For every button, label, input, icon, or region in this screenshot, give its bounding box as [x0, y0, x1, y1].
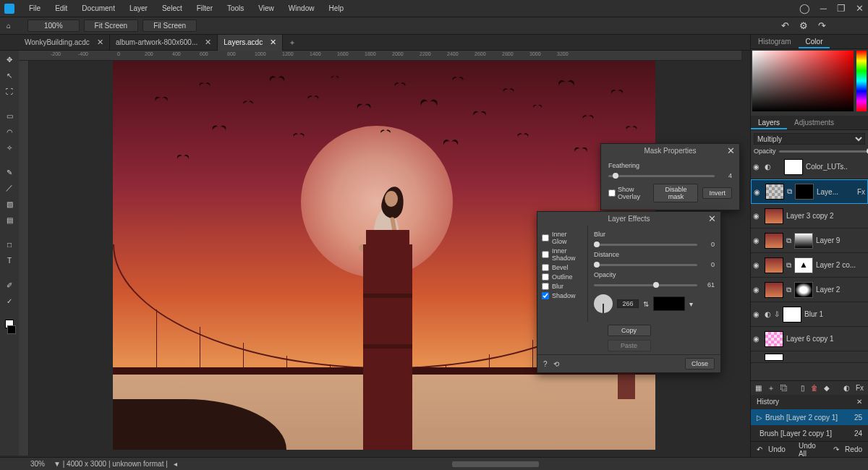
close-button[interactable]: Close — [685, 358, 715, 369]
adjustment-icon[interactable]: ◐ — [843, 384, 850, 392]
new-layer-icon[interactable]: ▦ — [755, 384, 762, 392]
visibility-icon[interactable]: ◉ — [753, 163, 762, 171]
marquee-tool-icon[interactable]: ▭ — [4, 110, 15, 121]
history-item[interactable]: ▷ Brush [Layer 2 copy 1] 25 — [751, 409, 868, 425]
copy-button[interactable]: Copy — [608, 325, 651, 336]
layer-thumb[interactable] — [765, 331, 783, 347]
link-icon[interactable]: ⧉ — [787, 187, 792, 196]
blur-slider[interactable] — [594, 244, 697, 246]
fx-outline[interactable]: Outline — [542, 273, 583, 281]
user-icon[interactable]: ◯ — [799, 3, 810, 14]
layer-thumb[interactable] — [765, 208, 783, 224]
tab-close-icon[interactable]: ✕ — [97, 38, 103, 47]
angle-dial[interactable] — [594, 294, 613, 313]
menu-document[interactable]: Document — [75, 0, 122, 17]
layer-effects-panel[interactable]: Layer Effects ✕ Inner Glow Inner Shadow … — [537, 211, 721, 373]
cursor-tool-icon[interactable]: ↖ — [4, 69, 15, 81]
menu-window[interactable]: Window — [281, 0, 322, 17]
more-icon[interactable]: ◆ — [824, 384, 830, 392]
link-icon[interactable]: ⧉ — [786, 286, 791, 294]
fx-opacity-slider[interactable] — [594, 284, 697, 286]
layer-thumb[interactable] — [783, 307, 801, 322]
visibility-icon[interactable]: ◉ — [754, 188, 762, 196]
tab-1[interactable]: album-artwork-800x600...✕ — [110, 35, 218, 51]
fill-screen-button[interactable]: Fil Screen — [142, 20, 197, 32]
menu-help[interactable]: Help — [321, 0, 351, 17]
menu-select[interactable]: Select — [155, 0, 190, 17]
heal-tool-icon[interactable]: ✓ — [4, 295, 15, 307]
mask-icon[interactable]: ▯ — [801, 384, 805, 392]
add-icon[interactable]: ＋ — [767, 383, 775, 393]
mask-thumb[interactable] — [794, 282, 813, 298]
swatch-bg-icon[interactable] — [7, 325, 16, 334]
stepper-icon[interactable]: ⇅ — [643, 300, 649, 308]
fx-shadow[interactable]: Shadow — [542, 292, 583, 299]
tab-close-icon[interactable]: ✕ — [270, 38, 276, 47]
merge-down-icon[interactable]: ⇩ — [774, 310, 780, 318]
mask-thumb[interactable] — [794, 233, 813, 249]
move-tool-icon[interactable]: ✥ — [4, 54, 15, 65]
text-tool-icon[interactable]: T — [4, 255, 15, 266]
close-icon[interactable]: ✕ — [856, 3, 864, 14]
redo-button[interactable]: Redo — [845, 445, 862, 453]
disable-mask-button[interactable]: Disable mask — [653, 184, 698, 202]
dropdown-icon[interactable]: ▾ — [689, 300, 693, 308]
zoom-level[interactable]: 100% — [27, 20, 80, 32]
feathering-slider[interactable] — [608, 175, 715, 177]
tab-histogram[interactable]: Histogram — [751, 35, 799, 48]
sv-gradient[interactable] — [752, 51, 854, 111]
help-icon[interactable]: ? — [543, 360, 548, 368]
minimize-icon[interactable]: ─ — [820, 3, 827, 14]
adjustment-icon[interactable]: ◐ — [765, 163, 771, 171]
menu-view[interactable]: View — [251, 0, 281, 17]
visibility-icon[interactable]: ◉ — [753, 261, 762, 269]
layer-thumb[interactable] — [765, 184, 784, 200]
undo-icon[interactable]: ↶ — [781, 20, 789, 31]
history-item[interactable]: Brush [Layer 2 copy 1] 24 — [751, 425, 868, 441]
fx-inner-glow[interactable]: Inner Glow — [542, 231, 583, 245]
gradient-tool-icon[interactable]: ▤ — [4, 214, 15, 226]
layer-row[interactable]: ◉ ⧉ Laye... Fx — [751, 179, 868, 204]
fit-screen-button[interactable]: Fit Screen — [84, 20, 139, 32]
fx-bevel[interactable]: Bevel — [542, 264, 583, 271]
tab-layers[interactable]: Layers — [751, 116, 787, 129]
menu-layer[interactable]: Layer — [122, 0, 155, 17]
mask-properties-panel[interactable]: Mask Properties ✕ Feathering 4 Show Over… — [600, 143, 740, 210]
tab-adjustments[interactable]: Adjustments — [787, 116, 841, 129]
color-picker[interactable] — [751, 49, 868, 116]
distance-slider[interactable] — [594, 264, 697, 266]
visibility-icon[interactable]: ◉ — [753, 310, 762, 318]
panel-close-icon[interactable]: ✕ — [856, 395, 862, 409]
restore-icon[interactable]: ❐ — [837, 3, 846, 14]
redo-icon[interactable]: ↷ — [818, 20, 826, 31]
fill-tool-icon[interactable]: ▧ — [4, 198, 15, 210]
fx-badge[interactable]: Fx — [857, 188, 865, 196]
layer-row[interactable] — [751, 351, 868, 363]
layer-thumb[interactable] — [765, 282, 783, 298]
layer-row[interactable]: ◉ ⧉ Layer 2 — [751, 278, 868, 302]
undo-button[interactable]: Undo — [768, 445, 786, 453]
panel-close-icon[interactable]: ✕ — [708, 213, 716, 224]
link-icon[interactable]: ⧉ — [786, 236, 791, 245]
eyedrop-tool-icon[interactable]: ✐ — [4, 279, 15, 291]
layer-row[interactable]: ◉ ⧉ ▲ Layer 2 co... — [751, 253, 868, 278]
visibility-icon[interactable]: ◉ — [753, 236, 762, 244]
menu-file[interactable]: File — [22, 0, 48, 17]
tab-0[interactable]: WonkyBuilding.acdc✕ — [19, 35, 110, 51]
panel-close-icon[interactable]: ✕ — [727, 145, 735, 156]
layer-row[interactable]: ◉ Layer 6 copy 1 — [751, 327, 868, 351]
redo-icon[interactable]: ↷ — [833, 445, 839, 453]
fx-icon[interactable]: Fx — [856, 384, 864, 392]
link-icon[interactable]: ⧉ — [786, 261, 791, 270]
tab-close-icon[interactable]: ✕ — [205, 38, 211, 47]
angle-input[interactable] — [617, 299, 639, 308]
menu-tools[interactable]: Tools — [220, 0, 251, 17]
lasso-tool-icon[interactable]: ◠ — [4, 126, 15, 137]
tab-add-icon[interactable]: ＋ — [283, 38, 302, 48]
wand-tool-icon[interactable]: ✧ — [4, 142, 15, 153]
mask-thumb[interactable]: ▲ — [794, 257, 813, 273]
layer-thumb[interactable] — [784, 159, 803, 175]
layer-thumb[interactable] — [765, 354, 783, 361]
shape-tool-icon[interactable]: □ — [4, 239, 15, 250]
hue-slider[interactable] — [856, 51, 867, 111]
